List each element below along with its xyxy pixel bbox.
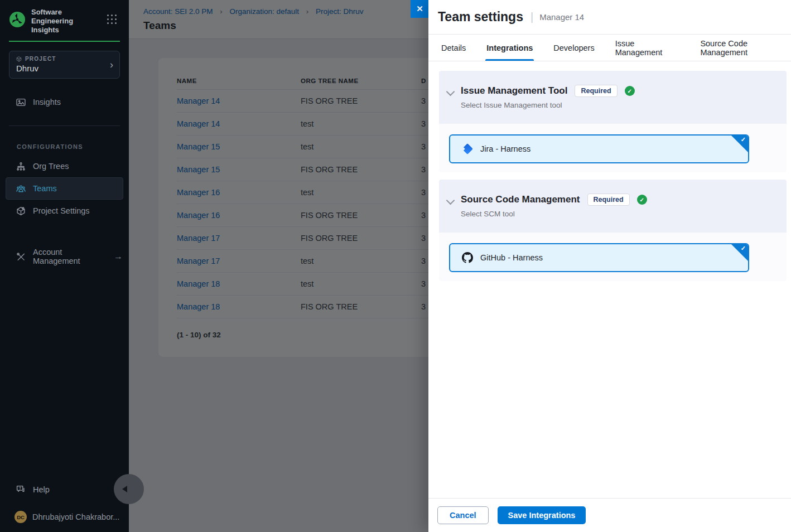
sidebar-divider — [9, 125, 120, 126]
section-options: GitHub - Harness ✓ — [439, 233, 787, 281]
close-drawer-button[interactable]: ✕ — [411, 0, 429, 18]
teams-icon — [16, 184, 26, 194]
sidebar-item-label: Project Settings — [33, 206, 90, 215]
source-code-management-section: Source Code Management Required ✓ Select… — [439, 180, 787, 281]
avatar: DC — [15, 511, 27, 523]
team-settings-drawer: Team settings | Manager 14 Details Integ… — [428, 0, 791, 532]
sidebar-collapse-handle[interactable] — [114, 474, 144, 504]
title-separator: | — [530, 11, 533, 23]
sidebar-header: Software Engineering Insights — [0, 0, 129, 35]
tab-details[interactable]: Details — [441, 35, 466, 61]
sidebar-item-label: Insights — [33, 98, 61, 107]
sidebar-item-project-settings[interactable]: Project Settings — [6, 200, 123, 222]
tab-issue-management[interactable]: Issue Management — [615, 35, 680, 61]
section-title: Issue Management Tool — [461, 85, 567, 96]
tab-developers[interactable]: Developers — [553, 35, 594, 61]
arrow-right-icon: → — [114, 252, 123, 262]
sidebar-item-insights[interactable]: Insights — [6, 91, 123, 113]
required-badge: Required — [587, 194, 630, 206]
tab-integrations[interactable]: Integrations — [486, 35, 533, 61]
selected-check-icon: ✓ — [741, 245, 746, 252]
sidebar-item-org-trees[interactable]: Org Trees — [6, 155, 123, 177]
drawer-body: Issue Management Tool Required ✓ Select … — [428, 61, 791, 281]
sidebar-item-label: Org Trees — [33, 162, 69, 171]
drawer-title: Team settings — [438, 9, 523, 25]
drawer-footer: Cancel Save Integrations — [428, 498, 791, 532]
sidebar-item-teams[interactable]: Teams — [6, 177, 123, 200]
brand-underline — [9, 41, 120, 42]
section-options: Jira - Harness ✓ — [439, 124, 787, 172]
chevron-down-icon — [446, 88, 455, 96]
drawer-header: Team settings | Manager 14 — [428, 0, 791, 35]
jira-integration-card[interactable]: Jira - Harness ✓ — [449, 134, 749, 163]
project-label: PROJECT — [16, 56, 113, 62]
help-label: Help — [33, 485, 50, 494]
insights-icon — [16, 98, 26, 107]
section-header[interactable]: Source Code Management Required ✓ Select… — [439, 180, 787, 233]
project-selector[interactable]: PROJECT Dhruv › — [9, 51, 120, 79]
integration-label: Jira - Harness — [480, 144, 530, 153]
user-profile[interactable]: DC Dhrubajyoti Chakrabor... — [0, 511, 129, 523]
section-subtitle: Select SCM tool — [461, 210, 647, 218]
chevron-down-icon — [446, 196, 455, 205]
drawer-tabs: Details Integrations Developers Issue Ma… — [428, 35, 791, 61]
sidebar-bottom: ? Help DC Dhrubajyoti Chakrabor... — [0, 485, 129, 532]
github-icon — [462, 252, 473, 263]
required-badge: Required — [575, 85, 617, 97]
app-title: Software Engineering Insights — [31, 8, 97, 35]
tools-icon — [16, 252, 26, 262]
success-check-icon: ✓ — [637, 195, 647, 205]
project-settings-icon — [16, 206, 26, 216]
save-integrations-button[interactable]: Save Integrations — [498, 506, 586, 524]
integration-label: GitHub - Harness — [480, 253, 543, 262]
cube-icon — [16, 56, 22, 62]
github-integration-card[interactable]: GitHub - Harness ✓ — [449, 243, 749, 272]
user-name: Dhrubajyoti Chakrabor... — [32, 512, 119, 521]
jira-icon — [462, 143, 473, 154]
module-grid-icon[interactable] — [107, 14, 117, 24]
collapse-arrow-icon — [122, 486, 127, 492]
sidebar: Software Engineering Insights PROJECT Dh… — [0, 0, 129, 532]
project-name: Dhruv — [16, 64, 113, 73]
issue-management-section: Issue Management Tool Required ✓ Select … — [439, 71, 787, 172]
cancel-button[interactable]: Cancel — [437, 506, 489, 524]
success-check-icon: ✓ — [625, 86, 635, 96]
section-subtitle: Select Issue Management tool — [461, 101, 635, 109]
section-header[interactable]: Issue Management Tool Required ✓ Select … — [439, 71, 787, 124]
tab-source-code-management[interactable]: Source Code Management — [700, 35, 791, 61]
svg-text:?: ? — [19, 486, 21, 490]
org-tree-icon — [16, 162, 26, 171]
help-chat-icon: ? — [16, 485, 26, 494]
section-title: Source Code Management — [461, 194, 580, 205]
help-button[interactable]: ? Help — [0, 485, 129, 494]
sidebar-item-label: Account Management — [33, 248, 103, 265]
app-root: Software Engineering Insights PROJECT Dh… — [0, 0, 791, 532]
chevron-right-icon[interactable]: › — [110, 60, 113, 70]
drawer-subtitle: Manager 14 — [539, 12, 584, 22]
sidebar-item-label: Teams — [33, 184, 57, 193]
selected-check-icon: ✓ — [741, 136, 746, 143]
configurations-caption: CONFIGURATIONS — [17, 143, 129, 150]
harness-sei-logo-icon — [9, 11, 26, 28]
sidebar-item-account-management[interactable]: Account Management → — [6, 245, 123, 268]
